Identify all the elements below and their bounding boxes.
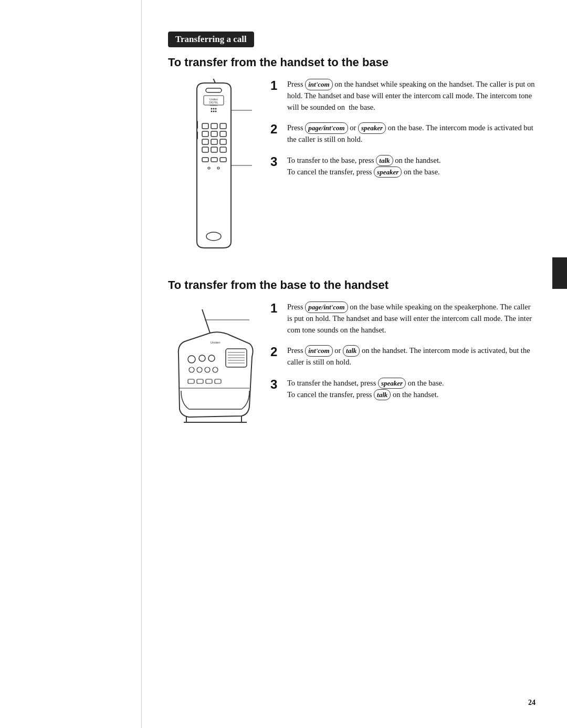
step-1-text: Press int'com on the handset while speak… — [287, 79, 536, 113]
svg-point-29 — [208, 167, 210, 169]
intcom-key-1: int'com — [305, 79, 332, 90]
svg-rect-20 — [202, 139, 208, 144]
svg-rect-48 — [188, 379, 194, 383]
step-number-2: 2 — [270, 122, 282, 136]
base-step-number-3: 3 — [270, 378, 282, 391]
svg-rect-18 — [211, 131, 217, 137]
svg-rect-19 — [220, 131, 226, 137]
base-step-3-text: To transfer the handset, press speaker o… — [287, 378, 444, 401]
handset-section-heading: To transfer from the handset to the base — [168, 56, 536, 69]
base-step-number-2: 2 — [270, 345, 282, 359]
section-badge: Transferring a call — [168, 32, 254, 47]
svg-point-10 — [213, 111, 215, 112]
svg-point-42 — [199, 355, 205, 361]
speaker-key-1: speaker — [358, 122, 386, 134]
intcom-key-2: int'com — [305, 345, 332, 357]
svg-point-44 — [189, 367, 194, 372]
svg-text:Uniden: Uniden — [209, 98, 218, 101]
svg-point-31 — [206, 232, 221, 241]
base-steps-area: Uniden 1 — [168, 301, 536, 438]
handset-step-3: 3 To transfer to the base, press talk on… — [270, 155, 536, 178]
page-intcom-key-1: page/int'com — [305, 122, 348, 134]
base-step-number-1: 1 — [270, 301, 282, 315]
svg-line-34 — [202, 309, 210, 333]
base-illustration: Uniden — [168, 301, 260, 438]
step-2-text: Press page/int'com or speaker on the bas… — [287, 122, 536, 145]
svg-point-8 — [215, 108, 217, 110]
handset-illustration: Uniden DIGITAL 900MHz — [168, 79, 260, 252]
step-number-3: 3 — [270, 155, 282, 169]
base-step-1: 1 Press page/int'com on the base while s… — [270, 301, 536, 336]
svg-rect-24 — [211, 147, 217, 152]
svg-line-0 — [211, 79, 215, 83]
svg-rect-49 — [197, 379, 203, 383]
base-step-2: 2 Press int'com or talk on the handset. … — [270, 345, 536, 368]
svg-rect-15 — [211, 123, 217, 129]
talk-key-3: talk — [374, 389, 391, 401]
base-section-heading: To transfer from the base to the handset — [168, 278, 536, 292]
svg-point-43 — [208, 355, 215, 361]
svg-text:900MHz: 900MHz — [210, 104, 218, 107]
svg-rect-50 — [206, 379, 212, 383]
handset-steps-area: Uniden DIGITAL 900MHz — [168, 79, 536, 252]
svg-rect-35 — [226, 349, 247, 367]
svg-point-46 — [205, 367, 210, 372]
speaker-key-2: speaker — [374, 167, 402, 178]
svg-rect-14 — [202, 123, 208, 129]
svg-rect-21 — [211, 139, 217, 144]
svg-point-7 — [213, 108, 215, 110]
page-number: 24 — [528, 699, 536, 707]
left-margin — [0, 0, 142, 728]
svg-rect-27 — [211, 158, 217, 162]
page-intcom-key-2: page/int'com — [305, 301, 348, 313]
svg-rect-23 — [202, 147, 208, 152]
svg-rect-12 — [196, 121, 198, 129]
svg-rect-13 — [196, 131, 198, 139]
handset-steps-list: 1 Press int'com on the handset while spe… — [270, 79, 536, 187]
step-3-text: To transfer to the base, press talk on t… — [287, 155, 441, 178]
base-to-handset-section: To transfer from the base to the handset — [168, 278, 536, 438]
page-content: Transferring a call To transfer from the… — [142, 0, 567, 728]
svg-rect-22 — [220, 139, 226, 144]
handset-to-base-section: To transfer from the handset to the base… — [168, 56, 536, 252]
base-step-3: 3 To transfer the handset, press speaker… — [270, 378, 536, 401]
svg-point-6 — [211, 108, 213, 110]
svg-point-45 — [197, 367, 202, 372]
svg-point-9 — [211, 111, 213, 112]
talk-key-2: talk — [343, 345, 360, 357]
svg-rect-26 — [202, 158, 208, 162]
svg-text:Uniden: Uniden — [210, 341, 220, 344]
handset-step-2: 2 Press page/int'com or speaker on the b… — [270, 122, 536, 145]
svg-rect-1 — [206, 88, 222, 92]
talk-key-1: talk — [376, 155, 393, 167]
step-number-1: 1 — [270, 79, 282, 92]
tab-marker — [552, 257, 567, 289]
svg-rect-25 — [220, 147, 226, 152]
handset-step-1: 1 Press int'com on the handset while spe… — [270, 79, 536, 113]
svg-rect-17 — [202, 131, 208, 137]
svg-rect-51 — [215, 379, 221, 383]
svg-rect-16 — [220, 123, 226, 129]
base-step-2-text: Press int'com or talk on the handset. Th… — [287, 345, 536, 368]
svg-point-47 — [213, 367, 218, 372]
svg-rect-28 — [220, 158, 226, 162]
svg-point-11 — [215, 111, 217, 112]
base-steps-list: 1 Press page/int'com on the base while s… — [270, 301, 536, 410]
svg-point-30 — [217, 167, 219, 169]
base-step-1-text: Press page/int'com on the base while spe… — [287, 301, 536, 336]
speaker-key-3: speaker — [378, 378, 406, 389]
svg-point-41 — [188, 356, 195, 363]
